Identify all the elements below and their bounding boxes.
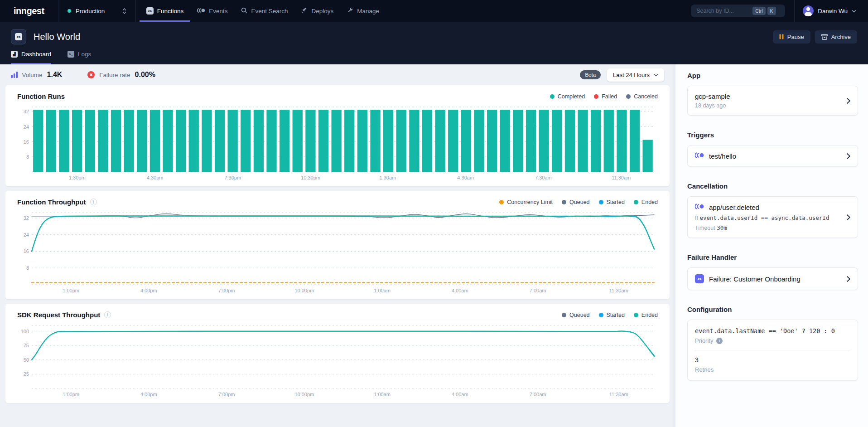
page-title: Hello World (34, 32, 80, 42)
function-runs-chart[interactable]: 32241681:30pm4:30pm7:30pm10:30pm1:30am4:… (17, 105, 658, 183)
failure-handler-name: Failure: Customer Onboarding (709, 275, 800, 283)
svg-text:1:00am: 1:00am (374, 392, 391, 397)
event-trigger-icon (695, 152, 704, 160)
svg-text:7:00pm: 7:00pm (218, 392, 235, 397)
rocket-icon (301, 7, 308, 15)
tab-logs[interactable]: >_ Logs (68, 51, 91, 64)
nav-item-events[interactable]: Events (190, 0, 234, 22)
nav-item-functions[interactable]: <> Functions (140, 0, 191, 22)
svg-text:100: 100 (21, 329, 29, 334)
chevron-right-icon (847, 98, 850, 104)
function-tabs: ▟ Dashboard >_ Logs (11, 51, 857, 64)
svg-text:10:00pm: 10:00pm (294, 288, 314, 293)
legend-item: Started (599, 312, 625, 318)
kbd-ctrl: Ctrl (752, 7, 765, 15)
nav-right: Ctrl K Darwin Wu (691, 0, 868, 22)
volume-label: Volume (22, 72, 43, 78)
top-nav: inngest Production <> Functions Events E… (0, 0, 868, 22)
legend-item: Failed (594, 93, 617, 100)
failure-handler-card[interactable]: <> Failure: Customer Onboarding (687, 267, 858, 290)
app-name: gcp-sample (695, 92, 730, 100)
svg-text:16: 16 (24, 139, 29, 145)
function-code-icon: <> (695, 274, 704, 283)
archive-button[interactable]: Archive (815, 30, 857, 44)
info-icon[interactable]: i (716, 338, 723, 344)
chevron-right-icon (847, 153, 850, 159)
legend-item: Queued (562, 199, 589, 205)
legend-dot (499, 200, 504, 204)
events-icon (197, 8, 205, 15)
cancellation-condition: If event.data.userId == async.data.userI… (695, 214, 829, 221)
details-sidebar: App gcp-sample 18 days ago Triggers test… (675, 64, 868, 427)
svg-text:4:00am: 4:00am (452, 288, 468, 293)
svg-text:7:00am: 7:00am (530, 288, 546, 293)
legend-dot (599, 313, 603, 317)
sdk-request-throughput-chart[interactable]: 1007550251:00pm4:00pm7:00pm10:00pm1:00am… (17, 323, 658, 399)
nav-tabs: <> Functions Events Event Search Deploys (140, 0, 386, 22)
nav-item-deploys[interactable]: Deploys (294, 0, 340, 22)
svg-text:1:30am: 1:30am (380, 175, 396, 180)
section-title-cancellation: Cancellation (687, 182, 858, 190)
svg-text:1:00pm: 1:00pm (63, 392, 79, 397)
svg-text:7:30pm: 7:30pm (224, 175, 241, 180)
svg-text:4:30am: 4:30am (457, 175, 474, 180)
svg-text:4:30pm: 4:30pm (147, 175, 164, 180)
function-runs-card: Function Runs CompletedFailedCanceled 32… (5, 85, 670, 186)
failure-rate-stat: Failure rate 0.00% (87, 71, 155, 79)
condition-expression: event.data.userId == async.data.userId (699, 214, 829, 221)
dashboard-main: Volume 1.4K Failure rate 0.00% Beta Last… (0, 64, 675, 427)
cancellation-event-name: app/user.deleted (709, 204, 759, 211)
legend-item: Ended (634, 199, 658, 205)
pause-icon (779, 34, 784, 39)
nav-item-event-search[interactable]: Event Search (234, 0, 294, 22)
user-menu[interactable]: Darwin Wu (803, 5, 868, 16)
search-input[interactable] (696, 8, 751, 14)
retries-label: Retries (695, 366, 850, 373)
function-throughput-chart[interactable]: 32241681:00pm4:00pm7:00pm10:00pm1:00am4:… (17, 210, 658, 296)
section-title-failure-handler: Failure Handler (687, 253, 858, 261)
environment-label: Production (76, 8, 105, 15)
event-trigger-icon (695, 203, 704, 211)
time-range-dropdown[interactable]: Last 24 Hours (607, 68, 664, 82)
legend-dot (634, 313, 638, 317)
svg-text:4:00am: 4:00am (452, 392, 468, 397)
section-title-app: App (687, 72, 858, 79)
archive-icon (821, 34, 828, 40)
svg-text:32: 32 (24, 109, 29, 114)
info-icon[interactable]: i (90, 199, 97, 205)
beta-badge: Beta (580, 70, 601, 79)
divider (695, 350, 850, 350)
function-icon-badge: <> (11, 29, 26, 44)
code-icon: <> (15, 33, 22, 40)
trigger-event-name: test/hello (709, 152, 736, 160)
svg-text:4:00pm: 4:00pm (140, 288, 157, 293)
volume-stat: Volume 1.4K (11, 71, 62, 79)
environment-selector[interactable]: Production (58, 0, 136, 22)
sdk-request-throughput-legend: QueuedStartedEnded (562, 312, 658, 318)
global-search[interactable]: Ctrl K (691, 5, 785, 17)
functions-icon: <> (146, 7, 154, 15)
trigger-card[interactable]: test/hello (687, 145, 858, 167)
cancellation-section: Cancellation app/user.deleted If event.d… (687, 182, 858, 238)
pause-button[interactable]: Pause (773, 30, 810, 44)
svg-text:8: 8 (26, 265, 29, 271)
stats-bar: Volume 1.4K Failure rate 0.00% Beta Last… (0, 64, 675, 85)
inngest-logo[interactable]: inngest (0, 0, 58, 22)
svg-text:16: 16 (24, 248, 29, 254)
section-title-configuration: Configuration (687, 306, 858, 313)
app-card[interactable]: gcp-sample 18 days ago (687, 86, 858, 116)
chevron-updown-icon (122, 8, 126, 14)
legend-item: Completed (550, 93, 585, 100)
legend-item: Canceled (626, 93, 658, 100)
tab-dashboard[interactable]: ▟ Dashboard (11, 51, 51, 64)
nav-item-manage[interactable]: Manage (340, 0, 386, 22)
info-icon[interactable]: i (104, 311, 111, 318)
svg-text:1:30pm: 1:30pm (69, 175, 86, 180)
svg-text:11:30am: 11:30am (612, 175, 631, 180)
function-throughput-legend: Concurrency LimitQueuedStartedEnded (499, 199, 658, 205)
cancellation-card[interactable]: app/user.deleted If event.data.userId ==… (687, 196, 858, 238)
failure-x-icon (87, 71, 95, 78)
configuration-section: Configuration event.data.lastName == 'Do… (687, 306, 858, 381)
chart-title: Function Throughput (17, 198, 86, 206)
priority-expression: event.data.lastName == 'Doe' ? 120 : 0 (695, 327, 850, 335)
